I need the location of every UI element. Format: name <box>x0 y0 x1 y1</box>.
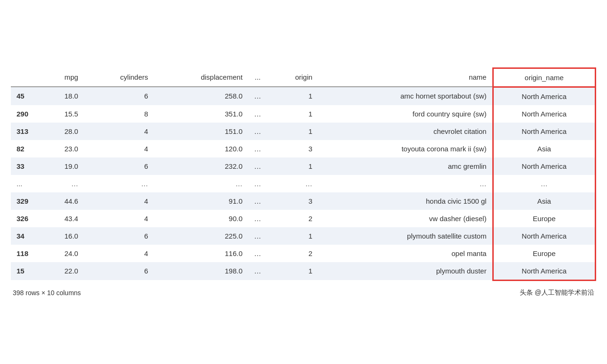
table-footer: 398 rows × 10 columns 头条 @人工智能学术前沿 <box>11 289 596 297</box>
cell-origin: 1 <box>267 105 318 123</box>
cell-dots: … <box>248 245 267 262</box>
cell-origin: 1 <box>267 157 318 175</box>
cell-mpg: 19.0 <box>39 157 84 175</box>
cell-origin-name: North America <box>493 123 595 140</box>
cell-origin-name: North America <box>493 105 595 123</box>
table-row: 4518.06258.0…1amc hornet sportabout (sw)… <box>11 87 596 105</box>
cell-origin: 1 <box>267 87 318 105</box>
cell-name: ford country squire (sw) <box>318 105 493 123</box>
cell-displacement: 351.0 <box>154 105 248 123</box>
cell-mpg: 28.0 <box>39 123 84 140</box>
cell-dots: … <box>248 157 267 175</box>
cell-index: 290 <box>11 105 39 123</box>
cell-index: 45 <box>11 87 39 105</box>
table-row: 11824.04116.0…2opel mantaEurope <box>11 245 596 262</box>
cell-name: toyouta corona mark ii (sw) <box>318 140 493 157</box>
col-header-index <box>11 68 39 87</box>
col-header-mpg: mpg <box>39 68 84 87</box>
cell-cylinders: 6 <box>84 262 154 281</box>
cell-name: opel manta <box>318 245 493 262</box>
cell-name: amc gremlin <box>318 157 493 175</box>
cell-cylinders: 4 <box>84 123 154 140</box>
cell-mpg: 23.0 <box>39 140 84 157</box>
col-header-origin-name: origin_name <box>493 68 595 87</box>
col-header-dots: ... <box>248 68 267 87</box>
cell-dots: … <box>248 140 267 157</box>
cell-displacement: 198.0 <box>154 262 248 281</box>
rows-info: 398 rows × 10 columns <box>13 289 81 297</box>
cell-origin: 2 <box>267 245 318 262</box>
cell-dots: … <box>248 123 267 140</box>
table-row: 32643.4490.0…2vw dasher (diesel)Europe <box>11 210 596 227</box>
cell-origin-name: Asia <box>493 192 595 210</box>
cell-cylinders: 4 <box>84 245 154 262</box>
cell-name: plymouth duster <box>318 262 493 281</box>
cell-mpg: 43.4 <box>39 210 84 227</box>
cell-origin-name: North America <box>493 157 595 175</box>
cell-name: amc hornet sportabout (sw) <box>318 87 493 105</box>
cell-dots: … <box>248 175 267 192</box>
cell-name: vw dasher (diesel) <box>318 210 493 227</box>
cell-origin-name: Asia <box>493 140 595 157</box>
cell-index: 313 <box>11 123 39 140</box>
cell-displacement: … <box>154 175 248 192</box>
table-row: 32944.6491.0…3honda civic 1500 glAsia <box>11 192 596 210</box>
cell-mpg: 24.0 <box>39 245 84 262</box>
cell-index: 82 <box>11 140 39 157</box>
cell-dots: … <box>248 262 267 281</box>
cell-displacement: 151.0 <box>154 123 248 140</box>
col-header-displacement: displacement <box>154 68 248 87</box>
cell-mpg: … <box>39 175 84 192</box>
table-row: 1522.06198.0…1plymouth dusterNorth Ameri… <box>11 262 596 281</box>
cell-displacement: 120.0 <box>154 140 248 157</box>
cell-cylinders: 4 <box>84 140 154 157</box>
table-row: 31328.04151.0…1chevrolet citationNorth A… <box>11 123 596 140</box>
cell-mpg: 16.0 <box>39 227 84 245</box>
cell-origin-name: North America <box>493 87 595 105</box>
cell-cylinders: 6 <box>84 87 154 105</box>
cell-dots: … <box>248 192 267 210</box>
watermark: 头条 @人工智能学术前沿 <box>520 289 594 297</box>
cell-origin-name: Europe <box>493 245 595 262</box>
cell-index: 15 <box>11 262 39 281</box>
cell-origin-name: North America <box>493 262 595 281</box>
cell-dots: … <box>248 105 267 123</box>
cell-mpg: 44.6 <box>39 192 84 210</box>
data-table: mpg cylinders displacement ... origin na… <box>11 67 596 281</box>
cell-index: 326 <box>11 210 39 227</box>
cell-cylinders: 6 <box>84 227 154 245</box>
cell-displacement: 232.0 <box>154 157 248 175</box>
cell-dots: … <box>248 210 267 227</box>
cell-name: plymouth satellite custom <box>318 227 493 245</box>
cell-displacement: 258.0 <box>154 87 248 105</box>
table-row: 3416.06225.0…1plymouth satellite customN… <box>11 227 596 245</box>
table-row: 3319.06232.0…1amc gremlinNorth America <box>11 157 596 175</box>
cell-displacement: 116.0 <box>154 245 248 262</box>
cell-origin: 3 <box>267 192 318 210</box>
cell-displacement: 90.0 <box>154 210 248 227</box>
cell-index: 33 <box>11 157 39 175</box>
cell-origin: 1 <box>267 227 318 245</box>
cell-mpg: 15.5 <box>39 105 84 123</box>
cell-dots: … <box>248 87 267 105</box>
cell-origin: 2 <box>267 210 318 227</box>
cell-mpg: 22.0 <box>39 262 84 281</box>
cell-origin-name: North America <box>493 227 595 245</box>
main-container: mpg cylinders displacement ... origin na… <box>11 58 596 306</box>
cell-cylinders: 6 <box>84 157 154 175</box>
cell-index: 329 <box>11 192 39 210</box>
cell-origin: 1 <box>267 123 318 140</box>
cell-name: honda civic 1500 gl <box>318 192 493 210</box>
cell-index: 118 <box>11 245 39 262</box>
cell-cylinders: … <box>84 175 154 192</box>
cell-origin-name: Europe <box>493 210 595 227</box>
cell-dots: … <box>248 227 267 245</box>
table-row: 8223.04120.0…3toyouta corona mark ii (sw… <box>11 140 596 157</box>
cell-name: chevrolet citation <box>318 123 493 140</box>
col-header-origin: origin <box>267 68 318 87</box>
table-header-row: mpg cylinders displacement ... origin na… <box>11 68 596 87</box>
col-header-cylinders: cylinders <box>84 68 154 87</box>
cell-displacement: 225.0 <box>154 227 248 245</box>
table-row: ...………………… <box>11 175 596 192</box>
cell-index: 34 <box>11 227 39 245</box>
